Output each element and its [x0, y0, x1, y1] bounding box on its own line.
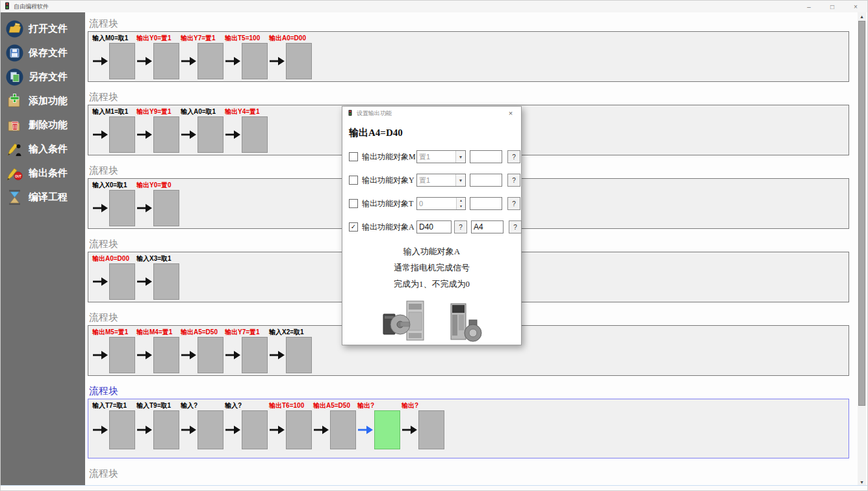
step-box[interactable]	[286, 43, 312, 79]
step-box[interactable]	[418, 410, 444, 449]
sidebar-item-save-as-file[interactable]: 另存文件	[1, 67, 85, 86]
flow-step[interactable]: 输出M4=置1	[136, 328, 181, 373]
flow-step[interactable]: 输出A5=D50	[313, 401, 357, 449]
flow-step[interactable]: 输出Y7=置1	[181, 34, 225, 79]
window-controls: – □ ×	[797, 1, 867, 12]
step-box[interactable]	[242, 43, 268, 79]
flow-step[interactable]: 输入X2=取1	[269, 328, 313, 373]
flow-step[interactable]: 输入?	[181, 401, 225, 449]
step-box[interactable]	[109, 337, 135, 373]
flow-step[interactable]: 输出?	[357, 401, 402, 449]
step-box[interactable]	[242, 337, 268, 373]
step-box[interactable]	[286, 337, 312, 373]
checkbox-checked[interactable]: ✓	[349, 222, 358, 232]
scrollbar-thumb[interactable]	[858, 21, 865, 406]
value-field[interactable]: A4	[471, 220, 504, 233]
flow-step[interactable]: 输入X0=取1	[92, 181, 136, 226]
combo-select[interactable]: 置1▾	[416, 150, 466, 163]
vertical-scrollbar[interactable]: ▲ ▼	[858, 12, 866, 486]
step-box[interactable]	[242, 410, 268, 449]
flow-step[interactable]: 输出Y9=置1	[136, 107, 181, 153]
maximize-button[interactable]: □	[821, 1, 844, 12]
spinner-buttons[interactable]: ▴▾	[456, 198, 465, 209]
flow-block-panel[interactable]: 输入M0=取1输出Y0=置1输出Y7=置1输出T5=100输出A0=D00	[88, 31, 849, 82]
compile-icon	[6, 189, 23, 206]
flow-step[interactable]: 输入?	[225, 401, 269, 449]
sidebar-item-label: 另存文件	[29, 71, 68, 83]
step-box[interactable]	[198, 43, 223, 79]
active-step-box[interactable]	[374, 410, 400, 449]
extra-field[interactable]	[470, 174, 502, 187]
chevron-down-icon[interactable]: ▾	[455, 151, 465, 163]
flow-block-panel[interactable]: 输入T7=取1输入T9=取1输入?输入?输出T6=100输出A5=D50输出?输…	[88, 399, 849, 458]
step-box[interactable]	[109, 116, 135, 153]
flow-step[interactable]: 输出Y0=置0	[136, 181, 181, 226]
flow-step[interactable]: 输入T9=取1	[136, 401, 181, 449]
help-button[interactable]: ?	[509, 220, 522, 233]
step-box[interactable]	[109, 43, 135, 79]
checkbox[interactable]	[349, 176, 358, 185]
step-box[interactable]	[198, 410, 223, 449]
step-box[interactable]	[153, 43, 179, 79]
flow-step[interactable]: 输入A0=取1	[181, 107, 225, 153]
minimize-button[interactable]: –	[797, 1, 821, 12]
step-box[interactable]	[153, 337, 179, 373]
step-box[interactable]	[153, 410, 179, 449]
help-button[interactable]: ?	[507, 150, 520, 163]
step-box[interactable]	[153, 190, 179, 226]
help-button[interactable]: ?	[454, 220, 467, 233]
chevron-down-icon[interactable]: ▾	[455, 174, 465, 186]
sidebar-item-delete-function[interactable]: 删除功能	[1, 115, 85, 135]
step-box[interactable]	[109, 410, 135, 449]
flow-step[interactable]: 输出Y0=置1	[136, 34, 181, 79]
spin-down-icon[interactable]: ▾	[457, 204, 465, 209]
step-box[interactable]	[153, 263, 179, 300]
step-box[interactable]	[242, 116, 268, 153]
flow-step[interactable]: 输出Y7=置1	[225, 328, 269, 373]
open-file-icon	[6, 20, 23, 38]
flow-step[interactable]: 输出T6=100	[269, 401, 313, 449]
value-field[interactable]: D40	[416, 220, 452, 233]
sidebar-item-compile-project[interactable]: 编译工程	[1, 187, 85, 207]
checkbox[interactable]	[349, 199, 358, 208]
combo-select[interactable]: 置1▾	[416, 174, 466, 187]
step-box[interactable]	[198, 337, 223, 373]
help-button[interactable]: ?	[507, 197, 520, 210]
flow-step[interactable]: 输出M5=置1	[92, 328, 136, 373]
step-box[interactable]	[198, 116, 223, 153]
step-box[interactable]	[286, 410, 312, 449]
step-box[interactable]	[330, 410, 356, 449]
number-spinner[interactable]: 0▴▾	[416, 197, 466, 210]
flow-step[interactable]: 输出A0=D00	[269, 34, 313, 79]
sidebar-item-input-condition[interactable]: 输入条件	[1, 139, 85, 159]
sidebar-item-save-file[interactable]: 保存文件	[1, 43, 85, 62]
flow-step[interactable]: 输出A0=D00	[92, 254, 136, 300]
flow-step-label: 输入X0=取1	[92, 181, 136, 189]
arrow-icon	[136, 337, 153, 373]
flow-step[interactable]: 输入T7=取1	[92, 401, 136, 449]
step-box[interactable]	[109, 190, 135, 226]
flow-step[interactable]: 输出Y4=置1	[225, 107, 269, 153]
flow-step[interactable]: 输入X3=取1	[136, 254, 181, 300]
close-button[interactable]: ×	[844, 1, 867, 12]
extra-field[interactable]	[470, 150, 502, 163]
sidebar-item-label: 打开文件	[29, 23, 68, 35]
help-button[interactable]: ?	[507, 174, 520, 187]
sidebar-item-open-file[interactable]: 打开文件	[1, 19, 85, 38]
flow-step[interactable]: 输入M0=取1	[92, 34, 136, 79]
sidebar-item-output-condition[interactable]: OUT输出条件	[1, 163, 85, 183]
flow-step[interactable]: 输出T5=100	[225, 34, 269, 79]
sidebar-item-add-function[interactable]: 添加功能	[1, 91, 85, 111]
dialog-close-icon[interactable]: ×	[502, 107, 520, 120]
flow-step-label: 输出A5=D50	[313, 401, 357, 410]
spin-up-icon[interactable]: ▴	[457, 198, 465, 204]
flow-step[interactable]: 输出?	[402, 401, 446, 449]
flow-step[interactable]: 输出A5=D50	[181, 328, 225, 373]
step-box[interactable]	[109, 263, 135, 300]
extra-field[interactable]	[470, 197, 502, 210]
flow-block-title: 流程块	[89, 385, 860, 397]
scroll-up-icon[interactable]: ▲	[858, 12, 866, 21]
flow-step[interactable]: 输入M1=取1	[92, 107, 136, 153]
step-box[interactable]	[153, 116, 179, 153]
checkbox[interactable]	[349, 152, 358, 161]
